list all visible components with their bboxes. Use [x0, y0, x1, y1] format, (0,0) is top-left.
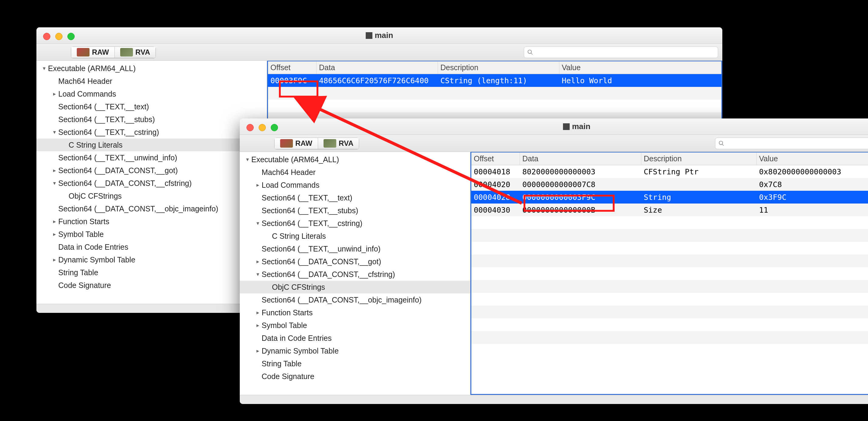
tree-item-label: Section64 (__DATA_CONST,__objc_imageinfo…	[58, 204, 218, 213]
tree-item[interactable]: Section64 (__TEXT,__stubs)	[36, 113, 267, 126]
tree-item[interactable]: Data in Code Entries	[36, 241, 267, 253]
tree-item[interactable]: Mach64 Header	[36, 75, 267, 87]
chevron-right-icon[interactable]: ▸	[254, 181, 261, 188]
tree-item[interactable]: ▸Symbol Table	[36, 228, 267, 241]
col-description[interactable]: Description	[438, 61, 559, 74]
zoom-icon[interactable]	[271, 124, 278, 131]
tree-item[interactable]: ▾Section64 (__TEXT,__cstring)	[36, 126, 267, 139]
tree-item[interactable]: Code Signature	[36, 279, 267, 291]
sidebar-tree[interactable]: ▾Executable (ARM64_ALL)Mach64 Header▸Loa…	[240, 152, 470, 395]
col-value[interactable]: Value	[756, 152, 868, 165]
tree-item[interactable]: ▸Function Starts	[240, 306, 470, 319]
cell-data: 48656C6C6F20576F726C6400	[316, 76, 438, 85]
sidebar-tree[interactable]: ▾Executable (ARM64_ALL)Mach64 Header▸Loa…	[36, 61, 267, 304]
tree-item[interactable]: ▸Section64 (__DATA_CONST,__got)	[240, 255, 470, 268]
chevron-down-icon[interactable]: ▾	[254, 220, 261, 227]
col-value[interactable]: Value	[559, 61, 721, 74]
tree-item[interactable]: Code Signature	[240, 370, 470, 383]
col-offset[interactable]: Offset	[471, 152, 520, 165]
chevron-down-icon[interactable]: ▾	[51, 129, 58, 136]
search-icon	[718, 140, 724, 146]
tree-item[interactable]: ▾Executable (ARM64_ALL)	[240, 153, 470, 166]
tree-item[interactable]: Data in Code Entries	[240, 332, 470, 344]
chevron-right-icon[interactable]: ▸	[254, 258, 261, 265]
chevron-right-icon[interactable]: ▸	[51, 167, 58, 174]
tree-item-label: Section64 (__DATA_CONST,__objc_imageinfo…	[261, 296, 422, 304]
chevron-down-icon[interactable]: ▾	[243, 156, 251, 163]
tree-item[interactable]: ▸Load Commands	[240, 178, 470, 191]
raw-button[interactable]: RAW	[71, 47, 115, 58]
table-body[interactable]: 000040188020000000000003CFString Ptr0x80…	[471, 165, 868, 394]
table-row[interactable]: 000040188020000000000003CFString Ptr0x80…	[471, 165, 868, 178]
view-mode-segment: RAW RVA	[274, 138, 359, 149]
tree-item[interactable]: Section64 (__DATA_CONST,__objc_imageinfo…	[240, 293, 470, 306]
tree-item[interactable]: ▸Symbol Table	[240, 319, 470, 332]
tree-item[interactable]: String Table	[36, 266, 267, 279]
col-offset[interactable]: Offset	[268, 61, 316, 74]
chevron-right-icon[interactable]: ▸	[51, 90, 58, 97]
tree-item[interactable]: Section64 (__TEXT,__unwind_info)	[36, 151, 267, 164]
tree-item[interactable]: ▸Section64 (__DATA_CONST,__got)	[36, 164, 267, 177]
tree-item[interactable]: ▾Section64 (__DATA_CONST,__cfstring)	[240, 268, 470, 281]
zoom-icon[interactable]	[67, 33, 75, 40]
tree-item[interactable]: C String Literals	[240, 230, 470, 243]
chevron-down-icon[interactable]: ▾	[40, 65, 48, 72]
tree-item[interactable]: Section64 (__TEXT,__text)	[240, 191, 470, 204]
search-field[interactable]	[524, 47, 718, 58]
table-row[interactable]: 0000402000000000000007C80x7C8	[471, 178, 868, 191]
tree-item[interactable]: Mach64 Header	[240, 166, 470, 178]
tree-item[interactable]: Section64 (__DATA_CONST,__objc_imageinfo…	[36, 202, 267, 215]
chevron-down-icon[interactable]: ▾	[254, 271, 261, 278]
chevron-right-icon[interactable]: ▸	[51, 231, 58, 237]
tree-item-label: Dynamic Symbol Table	[58, 255, 135, 264]
close-icon[interactable]	[246, 124, 254, 131]
rva-button[interactable]: RVA	[318, 138, 359, 149]
chevron-right-icon[interactable]: ▸	[254, 347, 261, 354]
tree-item[interactable]: ▸Function Starts	[36, 215, 267, 228]
chevron-right-icon[interactable]: ▸	[254, 322, 261, 329]
search-input[interactable]	[536, 48, 715, 56]
table-row[interactable]: 00004030000000000000000BSize11	[471, 203, 868, 216]
rva-button[interactable]: RVA	[115, 47, 156, 58]
traffic-lights	[246, 124, 278, 131]
minimize-icon[interactable]	[258, 124, 266, 131]
table-row[interactable]: 00003F9C48656C6C6F20576F726C6400CString …	[268, 74, 721, 87]
tree-item[interactable]: Section64 (__TEXT,__stubs)	[240, 204, 470, 217]
col-data[interactable]: Data	[520, 152, 641, 165]
tree-item[interactable]: ▾Section64 (__DATA_CONST,__cfstring)	[36, 177, 267, 190]
tree-item-label: Section64 (__TEXT,__stubs)	[58, 115, 155, 124]
cell-offset: 00004030	[471, 206, 520, 215]
table-row[interactable]: 000040280000000000003F9CString0x3F9C	[471, 191, 868, 203]
window-title-text: main	[375, 31, 393, 40]
tree-item-label: String Table	[261, 359, 302, 368]
chevron-down-icon[interactable]: ▾	[51, 180, 58, 187]
table-header: Offset Data Description Value	[268, 61, 721, 74]
chevron-right-icon[interactable]: ▸	[254, 309, 261, 316]
close-icon[interactable]	[43, 33, 51, 40]
tree-item[interactable]: ▸Dynamic Symbol Table	[240, 344, 470, 357]
tree-item[interactable]: ▾Section64 (__TEXT,__cstring)	[240, 217, 470, 230]
col-data[interactable]: Data	[316, 61, 438, 74]
tree-item-label: Load Commands	[58, 90, 116, 99]
rva-icon	[120, 48, 133, 56]
tree-item[interactable]: Section64 (__TEXT,__unwind_info)	[240, 243, 470, 255]
tree-item[interactable]: ▸Load Commands	[36, 87, 267, 100]
minimize-icon[interactable]	[55, 33, 63, 40]
tree-item[interactable]: ObjC CFStrings	[36, 190, 267, 202]
table-row	[471, 331, 868, 344]
tree-item[interactable]: ▾Executable (ARM64_ALL)	[36, 62, 267, 75]
tree-item[interactable]: ▸Dynamic Symbol Table	[36, 253, 267, 266]
chevron-right-icon[interactable]: ▸	[51, 256, 58, 263]
tree-item[interactable]: String Table	[240, 357, 470, 370]
tree-item[interactable]: Section64 (__TEXT,__text)	[36, 100, 267, 113]
tree-item-label: Function Starts	[58, 217, 109, 226]
tree-item[interactable]: C String Literals	[36, 139, 267, 151]
search-input[interactable]	[727, 139, 868, 147]
raw-button[interactable]: RAW	[274, 138, 318, 149]
tree-item[interactable]: ObjC CFStrings	[240, 281, 470, 293]
search-field[interactable]	[715, 138, 868, 149]
search-icon	[527, 49, 533, 55]
chevron-right-icon[interactable]: ▸	[51, 218, 58, 225]
tree-item-label: Data in Code Entries	[261, 334, 332, 343]
col-description[interactable]: Description	[641, 152, 756, 165]
